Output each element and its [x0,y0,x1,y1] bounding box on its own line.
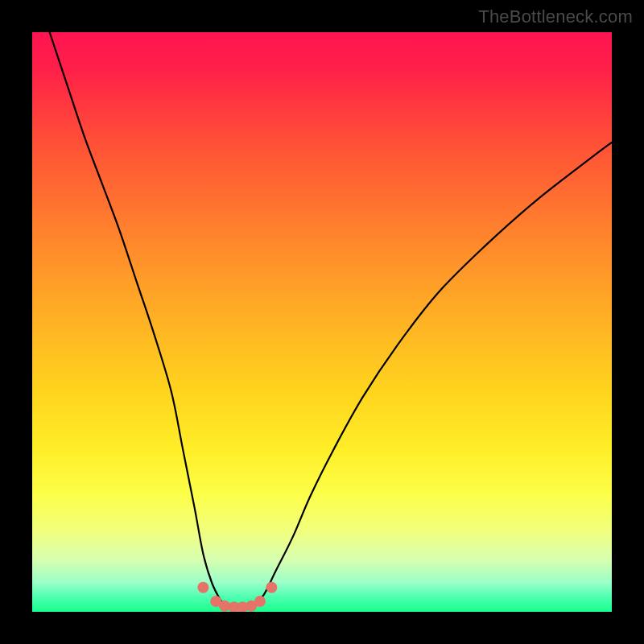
watermark-text: TheBottleneck.com [478,6,633,27]
bottom-dots-group [197,582,277,612]
bottom-dot [197,582,208,593]
curve-layer [32,32,612,612]
bottom-dot [254,596,266,607]
chart-frame: TheBottleneck.com [0,0,644,644]
right-branch-path [253,142,612,607]
bottom-dot [266,582,277,593]
chart-plot-area [32,32,612,612]
left-branch-path [50,32,227,607]
